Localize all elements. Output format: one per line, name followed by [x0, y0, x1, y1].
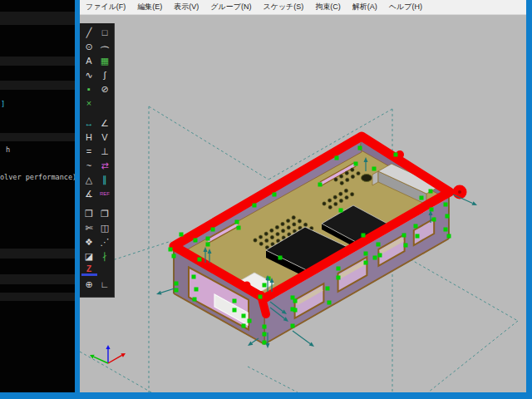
vent-hole[interactable]	[344, 189, 347, 192]
selection-point[interactable]	[337, 276, 341, 280]
point-tool-icon[interactable]: ▪	[81, 82, 97, 96]
selection-point[interactable]	[429, 190, 433, 194]
vent-hole[interactable]	[276, 232, 279, 235]
selection-point[interactable]	[235, 220, 239, 224]
vent-hole[interactable]	[340, 181, 343, 185]
menu-item-4[interactable]: スケッチ(S)	[257, 0, 309, 14]
vent-hole[interactable]	[350, 193, 353, 196]
vent-hole[interactable]	[328, 199, 331, 202]
distance-constraint-icon[interactable]: ↔	[81, 116, 97, 131]
vent-hole[interactable]	[346, 178, 349, 181]
selection-point[interactable]	[193, 298, 197, 302]
selection-point[interactable]	[402, 234, 406, 238]
vent-hole[interactable]	[254, 239, 257, 242]
ref-constraint-icon[interactable]: REF	[97, 187, 113, 201]
vent-hole[interactable]	[259, 235, 262, 239]
selection-point[interactable]	[416, 234, 420, 239]
selection-point[interactable]	[293, 299, 298, 303]
selection-point[interactable]	[206, 237, 210, 241]
selection-point[interactable]	[180, 233, 184, 237]
selection-point[interactable]	[206, 243, 210, 247]
selection-point[interactable]	[364, 261, 368, 265]
vent-hole[interactable]	[298, 219, 301, 223]
spline-tool-icon[interactable]: ʃ	[97, 68, 113, 82]
selection-point[interactable]	[291, 324, 295, 328]
vent-hole[interactable]	[345, 195, 348, 199]
selection-point[interactable]	[444, 203, 448, 207]
vent-hole[interactable]	[287, 226, 290, 229]
vent-hole[interactable]	[334, 202, 337, 205]
triangle-constraint-icon[interactable]: △	[81, 173, 97, 187]
vent-hole[interactable]	[292, 216, 295, 219]
selection-point[interactable]	[293, 308, 298, 313]
vent-hole[interactable]	[265, 239, 268, 242]
selection-point[interactable]	[404, 244, 408, 248]
cut-group-icon[interactable]: ✄	[81, 221, 97, 235]
construction-line[interactable]	[80, 352, 151, 392]
selection-point[interactable]	[253, 204, 257, 208]
vent-hole[interactable]	[328, 205, 332, 209]
selection-point[interactable]	[447, 234, 451, 239]
vent-hole[interactable]	[275, 225, 278, 229]
helical-group-icon[interactable]: ∤	[97, 249, 113, 264]
menu-item-2[interactable]: 表示(V)	[168, 0, 204, 14]
selection-point[interactable]	[248, 319, 252, 323]
selection-point[interactable]	[373, 256, 377, 260]
extrude-group-icon[interactable]: ❒	[81, 207, 97, 221]
selection-point[interactable]	[362, 234, 366, 238]
selection-point[interactable]	[172, 254, 176, 259]
vent-hole[interactable]	[264, 232, 268, 235]
vent-hole[interactable]	[270, 235, 273, 239]
reference-angle-icon[interactable]: ∡	[81, 187, 97, 201]
menu-item-6[interactable]: 解析(A)	[347, 0, 383, 14]
rotate-pattern-icon[interactable]: ❖	[81, 235, 97, 249]
selection-point[interactable]	[326, 287, 330, 291]
selection-point[interactable]	[354, 162, 358, 166]
mounting-hole[interactable]	[362, 175, 372, 182]
selection-point[interactable]	[233, 308, 237, 313]
menu-item-5[interactable]: 拘束(C)	[309, 0, 347, 14]
selection-point[interactable]	[337, 267, 341, 271]
selection-point[interactable]	[444, 228, 448, 232]
selection-point[interactable]	[242, 314, 246, 318]
link-group-icon[interactable]: ⊕	[81, 278, 97, 292]
selection-point[interactable]	[278, 256, 283, 260]
normal-arrow-shaft[interactable]	[161, 288, 175, 293]
construction-tool-icon[interactable]: ⊘	[97, 82, 113, 96]
vent-hole[interactable]	[357, 171, 360, 175]
selection-point[interactable]	[192, 275, 196, 279]
text-tool-icon[interactable]: A	[81, 54, 97, 68]
vent-hole[interactable]	[351, 168, 354, 171]
selection-point[interactable]	[175, 288, 179, 293]
tool-palette[interactable]: ╱□⊙(A▦∿ʃ▪⊘×↔∠HV=⊥~⇄△∥∡REF❒❐✄◫❖⋰◪∤Z⊕∟	[80, 23, 115, 298]
vent-hole[interactable]	[323, 202, 326, 205]
selection-node-sw[interactable]	[244, 282, 251, 289]
menu-item-7[interactable]: ヘルプ(H)	[383, 0, 428, 14]
lathe-group-icon[interactable]: ❐	[97, 207, 113, 221]
vent-hole[interactable]	[333, 195, 337, 199]
selection-point[interactable]	[432, 218, 436, 222]
vent-hole[interactable]	[303, 223, 307, 226]
selection-point[interactable]	[263, 283, 267, 288]
vent-hole[interactable]	[339, 192, 342, 195]
vent-hole[interactable]	[351, 175, 354, 178]
selection-point[interactable]	[263, 325, 267, 329]
construction-line[interactable]	[248, 367, 298, 392]
revolve-group-icon[interactable]: ◫	[97, 221, 113, 235]
vent-hole[interactable]	[259, 242, 263, 245]
split-tool-icon[interactable]: ×	[81, 96, 97, 111]
selection-point[interactable]	[364, 252, 368, 256]
selection-point[interactable]	[372, 167, 377, 171]
selection-point[interactable]	[377, 243, 381, 247]
normal-arrow-shaft[interactable]	[293, 331, 310, 343]
selection-point[interactable]	[175, 282, 179, 286]
vent-hole[interactable]	[286, 219, 289, 222]
selection-point[interactable]	[195, 288, 199, 292]
selection-point[interactable]	[259, 295, 263, 299]
step-repeat-icon[interactable]: Z	[81, 264, 97, 276]
arc-tool-icon[interactable]: (	[98, 39, 112, 55]
tangent-constraint-icon[interactable]: ~	[81, 159, 97, 173]
equal-constraint-icon[interactable]: =	[81, 145, 97, 159]
selection-point[interactable]	[194, 239, 198, 243]
perpendicular-constraint-icon[interactable]: ⊥	[97, 145, 113, 159]
